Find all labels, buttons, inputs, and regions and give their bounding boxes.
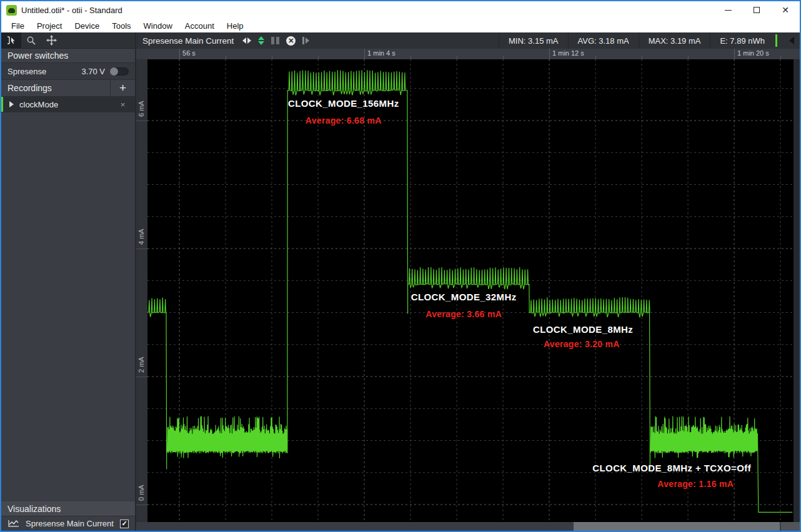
app-window: Untitled.otii* - otii - Standard ✕ File … <box>0 0 801 532</box>
annotation-label: CLOCK_MODE_8MHz + TCXO=Off <box>592 463 751 473</box>
stat-min: MIN: 3.15 mA <box>499 32 567 49</box>
menu-bar: File Project Device Tools Window Account… <box>1 19 800 32</box>
chart-column: Spresense Main Current ✕ MIN: 3.15 mA AV… <box>136 32 800 531</box>
chart-stats: MIN: 3.15 mA AVG: 3.18 mA MAX: 3.19 mA E… <box>499 32 800 49</box>
y-tick-label: 2 mA <box>137 348 145 373</box>
y-major-tick <box>136 121 147 121</box>
pan-tool-icon <box>46 35 57 46</box>
x-tick-label: 1 min 20 s <box>737 49 769 57</box>
horizontal-scrollbar[interactable] <box>136 522 800 531</box>
app-icon <box>6 5 17 16</box>
remove-recording-button[interactable]: × <box>110 97 135 112</box>
y-tick-label: 0 mA <box>137 476 145 501</box>
x-major-tick <box>179 49 180 59</box>
power-switch-name: Spresense <box>7 67 46 76</box>
chart-title: Spresense Main Current <box>142 36 234 46</box>
annotation-average: Average: 1.16 mA <box>657 479 734 489</box>
annotation-label: CLOCK_MODE_32MHz <box>411 292 517 302</box>
recording-item-clockmode[interactable]: clockMode × <box>1 97 135 112</box>
visualizations-title: Visualizations <box>7 504 61 514</box>
chart-header: Spresense Main Current ✕ MIN: 3.15 mA AV… <box>136 32 800 49</box>
menu-help[interactable]: Help <box>221 19 250 32</box>
x-major-tick <box>734 49 735 59</box>
recording-name: clockMode <box>19 100 58 109</box>
annotation-label: CLOCK_MODE_156MHz <box>288 98 399 109</box>
select-tool-icon <box>6 36 16 45</box>
channel-accent-bar <box>775 34 777 47</box>
power-switches-header: Power switches <box>1 49 135 63</box>
select-tool-button[interactable] <box>1 32 21 48</box>
stat-max: MAX: 3.19 mA <box>639 32 710 49</box>
annotation-average: Average: 6.68 mA <box>306 116 382 126</box>
step-icon[interactable] <box>302 37 309 44</box>
annotation-average: Average: 3.20 mA <box>544 339 620 349</box>
y-major-tick <box>136 505 147 505</box>
chart-body: 0 mA2 mA4 mA6 mA CLOCK_MODE_156MHzAverag… <box>136 59 800 522</box>
waveform-svg <box>147 59 794 522</box>
power-toggle-knob <box>110 67 118 76</box>
expand-icon[interactable] <box>9 101 14 107</box>
visualization-name: Spresense Main Current <box>26 519 114 528</box>
stat-avg: AVG: 3.18 mA <box>568 32 639 49</box>
sidebar-spacer <box>1 112 135 501</box>
add-recording-button[interactable]: + <box>110 80 135 96</box>
menu-account[interactable]: Account <box>179 19 221 32</box>
y-axis[interactable]: 0 mA2 mA4 mA6 mA <box>136 59 147 522</box>
y-major-tick <box>136 249 147 249</box>
autoscale-vertical-icon[interactable] <box>258 36 264 45</box>
power-switches-title: Power switches <box>7 51 68 61</box>
y-tick-label: 6 mA <box>137 92 145 117</box>
power-switch-row: Spresense 3.70 V <box>1 63 135 80</box>
pause-icon[interactable] <box>271 37 279 44</box>
visualizations-header: Visualizations <box>1 501 135 516</box>
x-tick-label: 1 min 4 s <box>367 49 396 57</box>
window-controls: ✕ <box>714 1 800 19</box>
minimize-icon <box>725 10 732 11</box>
plot-area[interactable]: CLOCK_MODE_156MHzAverage: 6.68 mACLOCK_M… <box>147 59 794 522</box>
line-chart-icon <box>7 520 19 528</box>
recordings-title: Recordings <box>7 83 52 93</box>
annotation-label: CLOCK_MODE_8MHz <box>533 324 633 335</box>
sidebar: Power switches Spresense 3.70 V Recordin… <box>1 32 136 531</box>
menu-project[interactable]: Project <box>31 19 68 32</box>
x-major-tick <box>364 49 365 59</box>
power-switch-voltage: 3.70 V <box>81 67 105 76</box>
minimize-button[interactable] <box>714 1 742 19</box>
scrollbar-thumb[interactable] <box>574 522 780 531</box>
main-area: Power switches Spresense 3.70 V Recordin… <box>1 32 800 531</box>
visualization-checkbox[interactable]: ✓ <box>120 520 129 528</box>
menu-file[interactable]: File <box>5 19 31 32</box>
recording-active-accent <box>1 97 3 112</box>
annotation-average: Average: 3.66 mA <box>425 309 502 319</box>
window-title: Untitled.otii* - otii - Standard <box>21 6 122 15</box>
zoom-tool-button[interactable] <box>21 32 41 48</box>
stat-energy: E: 7.89 nWh <box>710 32 774 49</box>
visualization-item[interactable]: Spresense Main Current ✓ <box>1 516 135 531</box>
time-ruler[interactable]: 56 s1 min 4 s1 min 12 s1 min 20 s <box>136 49 800 59</box>
zoom-tool-icon <box>26 36 36 46</box>
plot-right-margin <box>794 59 800 522</box>
menu-tools[interactable]: Tools <box>106 19 137 32</box>
close-button[interactable]: ✕ <box>771 1 800 19</box>
recordings-header: Recordings + <box>1 80 135 97</box>
clear-icon[interactable]: ✕ <box>286 36 296 46</box>
y-tick-label: 4 mA <box>137 220 145 245</box>
x-major-tick <box>549 49 550 59</box>
menu-window[interactable]: Window <box>137 19 179 32</box>
maximize-button[interactable] <box>742 1 771 19</box>
maximize-icon <box>754 7 760 13</box>
x-tick-label: 56 s <box>182 49 196 57</box>
y-major-tick <box>136 377 147 377</box>
power-toggle[interactable] <box>110 67 129 76</box>
chart-tools: ✕ <box>242 36 309 46</box>
scrollbar-end-piece <box>781 522 800 531</box>
collapse-panel-button[interactable] <box>784 32 800 49</box>
title-bar: Untitled.otii* - otii - Standard ✕ <box>1 1 800 19</box>
x-tick-label: 1 min 12 s <box>552 49 584 57</box>
tool-bar <box>1 32 135 49</box>
menu-device[interactable]: Device <box>68 19 106 32</box>
close-icon: ✕ <box>782 6 789 14</box>
collapse-panel-icon <box>789 37 794 44</box>
pan-horizontal-icon[interactable] <box>242 37 251 44</box>
pan-tool-button[interactable] <box>41 32 61 48</box>
